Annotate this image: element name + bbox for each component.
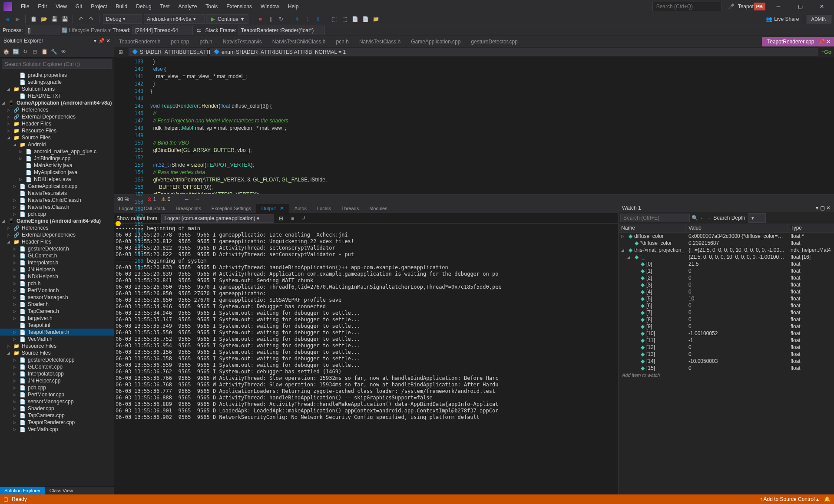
tree-item[interactable]: ▷📄sensorManager.cpp <box>0 398 114 405</box>
watch-row[interactable]: ◆[13]0float <box>619 351 834 358</box>
nav-icon[interactable]: ⊞ <box>116 48 125 56</box>
redo-icon[interactable]: ↷ <box>87 15 96 23</box>
panel-pin-icon[interactable]: 📌 <box>98 38 105 44</box>
output-source-dropdown[interactable]: Logcat (com.example.gameapplication) ▾ <box>161 214 274 223</box>
watch-row[interactable]: ◆[14]-10.0050003float <box>619 358 834 365</box>
save-icon[interactable]: 💾 <box>50 15 59 23</box>
watch-col-type[interactable]: Type <box>788 224 834 232</box>
menu-analyze[interactable]: Analyze <box>175 2 201 11</box>
stop-icon[interactable]: ■ <box>256 15 265 23</box>
tree-item[interactable]: ▷📄GLContext.cpp <box>0 363 114 370</box>
tree-item[interactable]: ▷📄targetver.h <box>0 315 114 322</box>
menu-git[interactable]: Git <box>72 2 86 11</box>
tree-item[interactable]: ▷📄NatvisTestChildClass.h <box>0 197 114 204</box>
wrap-icon[interactable]: ↲ <box>299 214 308 223</box>
tree-item[interactable]: ◢📁Source Files <box>0 349 114 356</box>
dock-tab-modules[interactable]: Modules <box>364 204 393 212</box>
watch-row[interactable]: ◆[3]0float <box>619 281 834 288</box>
sync-icon[interactable]: 🔄 <box>11 47 20 56</box>
menu-edit[interactable]: Edit <box>34 2 50 11</box>
watch-row[interactable]: ◢◆this->mat_projection_{f_={21.5, 0, 0, … <box>619 247 834 254</box>
nav-fwd-icon[interactable]: ▶ <box>13 15 22 23</box>
pause-icon[interactable]: ‖ <box>266 15 275 23</box>
watch-row[interactable]: ◆[6]0float <box>619 302 834 309</box>
editor-tab[interactable]: NatvisTestChildClass.h <box>267 37 331 46</box>
tree-item[interactable]: 📄NatvisTest.natvis <box>0 190 114 197</box>
home-icon[interactable]: 🏠 <box>2 47 10 56</box>
tb-icon-4[interactable]: 📄 <box>361 15 370 23</box>
watch-maximize-icon[interactable]: ▢ <box>820 205 825 211</box>
continue-button[interactable]: ▶Continue ▾ <box>206 14 248 24</box>
tree-item[interactable]: ▷📄NDKHelper.java <box>0 176 114 183</box>
watch-close-icon[interactable]: ✕ <box>826 205 831 211</box>
dock-tab-autos[interactable]: Autos <box>289 204 312 212</box>
tree-item[interactable]: ▷📄pch.cpp <box>0 211 114 217</box>
tree-item[interactable]: ▷📄JNIHelper.h <box>0 266 114 273</box>
editor-tab[interactable]: NatvisTestClass.h <box>354 37 406 46</box>
editor-tab[interactable]: pch.cpp <box>165 37 194 46</box>
tree-item[interactable]: ◢📁Solution Items <box>0 86 114 92</box>
dock-tab-threads[interactable]: Threads <box>336 204 364 212</box>
tree-item[interactable]: ▷📄VecMath.cpp <box>0 426 114 433</box>
add-watch-item[interactable]: Add item to watch <box>619 372 834 379</box>
tree-item[interactable]: 📄Teapot.inl <box>0 322 114 329</box>
dock-tab-output[interactable]: Output ✕ <box>256 204 289 213</box>
open-icon[interactable]: 📂 <box>40 15 48 23</box>
tree-item[interactable]: ▷📄NatvisTestClass.h <box>0 204 114 211</box>
new-project-icon[interactable]: 📋 <box>29 15 38 23</box>
tree-item[interactable]: ▷📄JNIHelper.cpp <box>0 377 114 384</box>
clear-icon[interactable]: ⊟ <box>277 214 285 223</box>
step-into-icon[interactable]: ⬇ <box>293 15 301 23</box>
tree-item[interactable]: ▷🔗References <box>0 224 114 231</box>
menu-view[interactable]: View <box>52 2 70 11</box>
tree-item[interactable]: ▷📄sensorManager.h <box>0 294 114 301</box>
restart-icon[interactable]: ↻ <box>277 15 285 23</box>
collapse-icon[interactable]: ⊟ <box>30 47 39 56</box>
watch-row[interactable]: ◆[9]0float <box>619 323 834 330</box>
thread-icon[interactable]: ⇆ <box>195 26 203 35</box>
tree-item[interactable]: ◢📁Source Files <box>0 134 114 141</box>
tree-item[interactable]: ▷📄gestureDetector.cpp <box>0 356 114 363</box>
platform-dropdown[interactable]: Android-arm64-v8a ▾ <box>144 14 205 24</box>
tree-item[interactable]: ◢📱GameEngine (Android-arm64-v8a) <box>0 217 114 224</box>
tree-item[interactable]: ▷📄TeapotRenderer.cpp <box>0 419 114 426</box>
menu-build[interactable]: Build <box>113 2 131 11</box>
tree-item[interactable]: ▷📄VecMath.h <box>0 336 114 343</box>
properties-icon[interactable]: 🔧 <box>50 47 58 56</box>
tree-item[interactable]: ▷📄pch.h <box>0 280 114 287</box>
watch-row[interactable]: ◆[11]-1float <box>619 337 834 344</box>
watch-row[interactable]: ◆*diffuse_color0.239215687float <box>619 240 834 247</box>
watch-row[interactable]: ◆[8]0float <box>619 316 834 323</box>
watch-row[interactable]: ◆[1]0float <box>619 267 834 274</box>
watch-row[interactable]: ◆[7]0float <box>619 309 834 316</box>
editor-tab-active[interactable]: TeapotRenderer.cpp 📌 ✕ <box>762 37 834 46</box>
dock-tab-call-stack[interactable]: Call Stack <box>139 204 171 212</box>
tree-item[interactable]: ▷📄Interpolator.cpp <box>0 370 114 377</box>
config-dropdown[interactable]: Debug ▾ <box>103 14 142 24</box>
maximize-button[interactable]: ▢ <box>791 0 809 13</box>
toggle-icon[interactable]: ≡ <box>288 214 297 223</box>
search-depth-dropdown[interactable]: ▾ <box>748 213 766 223</box>
tree-item[interactable]: ▷📄Shader.cpp <box>0 405 114 412</box>
editor-tab[interactable]: pch.h <box>331 37 354 46</box>
search-icon[interactable]: 🔍 <box>692 215 698 221</box>
watch-dropdown-icon[interactable]: ▾ <box>816 205 818 211</box>
notifications-icon[interactable]: 🔔 <box>824 496 831 502</box>
watch-col-name[interactable]: Name <box>619 224 686 232</box>
tree-item[interactable]: ◢📁Header Files <box>0 238 114 245</box>
watch-row[interactable]: ◆[12]0float <box>619 344 834 351</box>
preview-icon[interactable]: 👁 <box>59 47 68 56</box>
lifecycle-events-button[interactable]: 🔄 Lifecycle Events ▾ <box>61 27 111 33</box>
dock-tab-exception-settings[interactable]: Exception Settings <box>206 204 256 212</box>
watch-row[interactable]: ◆[4]0float <box>619 288 834 295</box>
tb-icon-1[interactable]: ⬚ <box>330 15 338 23</box>
tree-item[interactable]: ▷🔗References <box>0 106 114 113</box>
tree-item[interactable]: 📄gradle.properties <box>0 72 114 79</box>
user-badge[interactable]: PB <box>754 3 765 10</box>
editor-tab[interactable]: gestureDetector.cpp <box>466 37 523 46</box>
tb-icon-3[interactable]: 📄 <box>351 15 359 23</box>
tree-item[interactable]: ▷📄NDKHelper.h <box>0 273 114 280</box>
menu-tools[interactable]: Tools <box>202 2 221 11</box>
member-dropdown[interactable]: 🔷 enum SHADER_ATTRIBUTES ATTRIB_NORMAL =… <box>210 48 818 56</box>
live-share-button[interactable]: 👥 Live Share <box>766 16 799 22</box>
